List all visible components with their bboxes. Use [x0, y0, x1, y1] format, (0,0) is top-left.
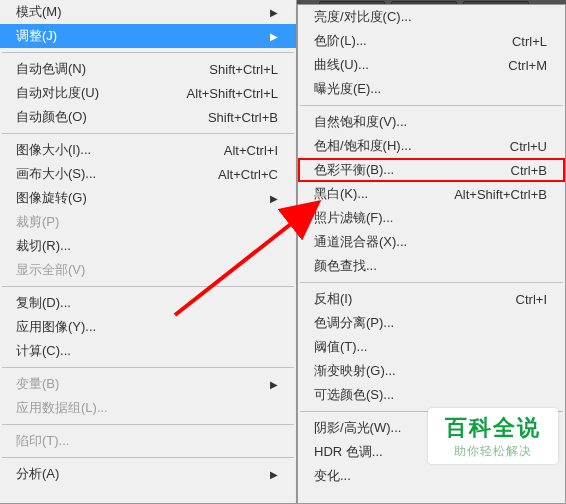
- menu-item[interactable]: 反相(I)Ctrl+I: [298, 287, 565, 311]
- menu-item-shortcut: Alt+Shift+Ctrl+L: [177, 86, 278, 101]
- menu-item-label: 画布大小(S)...: [16, 165, 208, 183]
- menu-item[interactable]: 色阶(L)...Ctrl+L: [298, 29, 565, 53]
- menu-item-label: 曲线(U)...: [314, 56, 498, 74]
- menu-separator: [300, 105, 563, 106]
- menu-item-label: 应用数据组(L)...: [16, 399, 278, 417]
- menu-item-label: 自然饱和度(V)...: [314, 113, 547, 131]
- menu-item-label: 自动对比度(U): [16, 84, 177, 102]
- menu-item-label: 调整(J): [16, 27, 262, 45]
- menu-separator: [2, 457, 294, 458]
- menu-item-shortcut: Ctrl+U: [500, 139, 547, 154]
- menu-item-label: 模式(M): [16, 3, 262, 21]
- menu-item[interactable]: 自然饱和度(V)...: [298, 110, 565, 134]
- menu-item-label: 显示全部(V): [16, 261, 278, 279]
- menu-item-shortcut: Ctrl+B: [501, 163, 547, 178]
- menu-item-label: 亮度/对比度(C)...: [314, 8, 547, 26]
- menu-item-label: 通道混合器(X)...: [314, 233, 547, 251]
- menu-item-label: 色彩平衡(B)...: [314, 161, 501, 179]
- menu-item-label: 图像旋转(G): [16, 189, 262, 207]
- menu-item-label: 陷印(T)...: [16, 432, 278, 450]
- menu-item-label: 渐变映射(G)...: [314, 362, 547, 380]
- menu-item: 应用数据组(L)...: [0, 396, 296, 420]
- menu-item[interactable]: 照片滤镜(F)...: [298, 206, 565, 230]
- menu-item-label: 计算(C)...: [16, 342, 278, 360]
- menu-item-label: 可选颜色(S)...: [314, 386, 547, 404]
- menu-item: 陷印(T)...: [0, 429, 296, 453]
- watermark: 百科全说 助你轻松解决: [428, 408, 558, 464]
- menu-item-shortcut: Shift+Ctrl+L: [199, 62, 278, 77]
- menu-item-label: 色调分离(P)...: [314, 314, 547, 332]
- menu-item-label: 应用图像(Y)...: [16, 318, 278, 336]
- menu-item: 变量(B)▶: [0, 372, 296, 396]
- menu-item[interactable]: 分析(A)▶: [0, 462, 296, 486]
- menu-item[interactable]: 应用图像(Y)...: [0, 315, 296, 339]
- menu-item-label: 照片滤镜(F)...: [314, 209, 547, 227]
- menu-item-label: 色相/饱和度(H)...: [314, 137, 500, 155]
- menu-item[interactable]: 裁切(R)...: [0, 234, 296, 258]
- menu-item[interactable]: 颜色查找...: [298, 254, 565, 278]
- menu-item[interactable]: 自动颜色(O)Shift+Ctrl+B: [0, 105, 296, 129]
- menu-separator: [2, 286, 294, 287]
- menu-item-label: 复制(D)...: [16, 294, 278, 312]
- menu-item: 裁剪(P): [0, 210, 296, 234]
- menu-item[interactable]: 曲线(U)...Ctrl+M: [298, 53, 565, 77]
- menu-item-shortcut: Shift+Ctrl+B: [198, 110, 278, 125]
- menu-item-label: 黑白(K)...: [314, 185, 444, 203]
- watermark-title: 百科全说: [445, 413, 541, 443]
- menu-item[interactable]: 变化...: [298, 464, 565, 488]
- menu-item[interactable]: 自动对比度(U)Alt+Shift+Ctrl+L: [0, 81, 296, 105]
- menu-item-shortcut: Alt+Shift+Ctrl+B: [444, 187, 547, 202]
- menu-item-shortcut: Alt+Ctrl+C: [208, 167, 278, 182]
- menu-item-label: 裁切(R)...: [16, 237, 278, 255]
- menu-item-label: 分析(A): [16, 465, 262, 483]
- menu-item[interactable]: 黑白(K)...Alt+Shift+Ctrl+B: [298, 182, 565, 206]
- menu-item-label: 自动颜色(O): [16, 108, 198, 126]
- menu-item[interactable]: 阈值(T)...: [298, 335, 565, 359]
- menu-item[interactable]: 画布大小(S)...Alt+Ctrl+C: [0, 162, 296, 186]
- menu-item-label: 变量(B): [16, 375, 262, 393]
- submenu-arrow-icon: ▶: [270, 7, 278, 18]
- menu-item-label: 图像大小(I)...: [16, 141, 214, 159]
- menu-item-label: 色阶(L)...: [314, 32, 502, 50]
- menu-item[interactable]: 色彩平衡(B)...Ctrl+B: [298, 158, 565, 182]
- menu-item[interactable]: 亮度/对比度(C)...: [298, 5, 565, 29]
- menu-separator: [2, 133, 294, 134]
- menu-item[interactable]: 可选颜色(S)...: [298, 383, 565, 407]
- menu-item[interactable]: 自动色调(N)Shift+Ctrl+L: [0, 57, 296, 81]
- menu-item-label: 曝光度(E)...: [314, 80, 547, 98]
- menu-item[interactable]: 曝光度(E)...: [298, 77, 565, 101]
- menu-item-shortcut: Ctrl+M: [498, 58, 547, 73]
- menu-item: 显示全部(V): [0, 258, 296, 282]
- menu-item[interactable]: 复制(D)...: [0, 291, 296, 315]
- menu-item-label: 裁剪(P): [16, 213, 278, 231]
- submenu-arrow-icon: ▶: [270, 31, 278, 42]
- menu-item-shortcut: Ctrl+I: [506, 292, 547, 307]
- image-menu: 模式(M)▶调整(J)▶自动色调(N)Shift+Ctrl+L自动对比度(U)A…: [0, 0, 297, 504]
- menu-item-label: 变化...: [314, 467, 547, 485]
- menu-item[interactable]: 计算(C)...: [0, 339, 296, 363]
- menu-item[interactable]: 图像大小(I)...Alt+Ctrl+I: [0, 138, 296, 162]
- menu-item-shortcut: Alt+Ctrl+I: [214, 143, 278, 158]
- menu-separator: [2, 52, 294, 53]
- menu-item-label: 自动色调(N): [16, 60, 199, 78]
- menu-item-label: 颜色查找...: [314, 257, 547, 275]
- menu-item[interactable]: 色调分离(P)...: [298, 311, 565, 335]
- menu-item[interactable]: 模式(M)▶: [0, 0, 296, 24]
- submenu-arrow-icon: ▶: [270, 193, 278, 204]
- menu-item[interactable]: 通道混合器(X)...: [298, 230, 565, 254]
- menu-item-label: 阈值(T)...: [314, 338, 547, 356]
- menu-separator: [2, 424, 294, 425]
- menu-item[interactable]: 图像旋转(G)▶: [0, 186, 296, 210]
- menu-item[interactable]: 渐变映射(G)...: [298, 359, 565, 383]
- menu-item-label: 反相(I): [314, 290, 506, 308]
- menu-item-shortcut: Ctrl+L: [502, 34, 547, 49]
- menu-item[interactable]: 色相/饱和度(H)...Ctrl+U: [298, 134, 565, 158]
- menu-item[interactable]: 调整(J)▶: [0, 24, 296, 48]
- watermark-subtitle: 助你轻松解决: [454, 443, 532, 460]
- submenu-arrow-icon: ▶: [270, 379, 278, 390]
- menu-separator: [2, 367, 294, 368]
- menu-separator: [300, 282, 563, 283]
- submenu-arrow-icon: ▶: [270, 469, 278, 480]
